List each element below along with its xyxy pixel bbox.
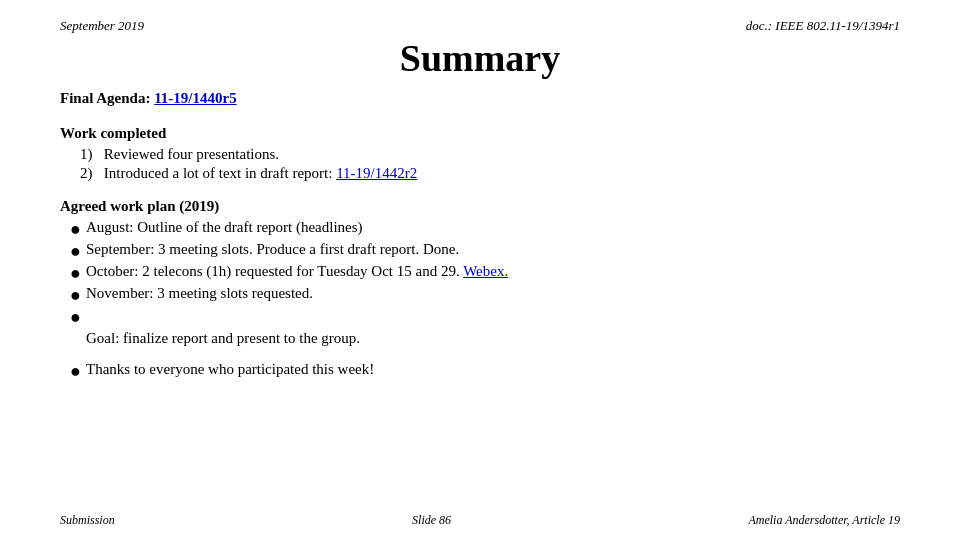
thanks-item: ● Thanks to everyone who participated th… — [70, 361, 900, 380]
agreed-heading: Agreed work plan (2019) — [60, 198, 900, 215]
bullet-icon-3: ● — [70, 264, 86, 282]
agreed-item-5-text — [86, 307, 900, 324]
header-doc: doc.: IEEE 802.11-19/1394r1 — [746, 18, 900, 34]
final-agenda-label: Final Agenda: — [60, 90, 150, 106]
header-date: September 2019 — [60, 18, 144, 34]
bullet-icon-4: ● — [70, 286, 86, 304]
goal-text: Goal: finalize report and present to the… — [86, 330, 900, 347]
final-agenda: Final Agenda: 11-19/1440r5 — [60, 90, 900, 107]
work-item-2: 2) Introduced a lot of text in draft rep… — [80, 165, 900, 182]
agreed-bullet-list: ● August: Outline of the draft report (h… — [70, 219, 900, 326]
agreed-item-3-before: October: 2 telecons (1h) requested for T… — [86, 263, 463, 279]
work-item-1-text: Reviewed four presentations. — [104, 146, 279, 162]
work-completed-list: 1) Reviewed four presentations. 2) Intro… — [80, 146, 900, 182]
agreed-item-4-text: November: 3 meeting slots requested. — [86, 285, 900, 302]
bullet-icon-2: ● — [70, 242, 86, 260]
agreed-item-3-text: October: 2 telecons (1h) requested for T… — [86, 263, 900, 280]
footer-slide: Slide 86 — [412, 513, 451, 528]
footer-submission: Submission — [60, 513, 115, 528]
agreed-item-1-text: August: Outline of the draft report (hea… — [86, 219, 900, 236]
slide: September 2019 doc.: IEEE 802.11-19/1394… — [0, 0, 960, 540]
final-agenda-link[interactable]: 11-19/1440r5 — [154, 90, 237, 106]
slide-title: Summary — [60, 36, 900, 80]
bullet-icon-5: ● — [70, 308, 86, 326]
agreed-item-2: ● September: 3 meeting slots. Produce a … — [70, 241, 900, 260]
work-item-2-number: 2) — [80, 165, 100, 181]
thanks-bullet-icon: ● — [70, 362, 86, 380]
work-completed-heading: Work completed — [60, 125, 900, 142]
footer-author: Amelia Andersdotter, Article 19 — [748, 513, 900, 528]
agreed-item-5: ● — [70, 307, 900, 326]
thanks-text: Thanks to everyone who participated this… — [86, 361, 374, 378]
work-item-2-link[interactable]: 11-19/1442r2 — [336, 165, 417, 181]
header: September 2019 doc.: IEEE 802.11-19/1394… — [60, 18, 900, 34]
footer: Submission Slide 86 Amelia Andersdotter,… — [60, 513, 900, 528]
work-item-1-number: 1) — [80, 146, 100, 162]
agreed-item-3-link[interactable]: Webex. — [463, 263, 508, 279]
work-item-2-text-before: Introduced a lot of text in draft report… — [104, 165, 336, 181]
agreed-item-1: ● August: Outline of the draft report (h… — [70, 219, 900, 238]
work-item-1: 1) Reviewed four presentations. — [80, 146, 900, 163]
agreed-item-3: ● October: 2 telecons (1h) requested for… — [70, 263, 900, 282]
thanks-section: ● Thanks to everyone who participated th… — [70, 361, 900, 380]
agreed-item-4: ● November: 3 meeting slots requested. — [70, 285, 900, 304]
agreed-item-2-text: September: 3 meeting slots. Produce a fi… — [86, 241, 900, 258]
bullet-icon-1: ● — [70, 220, 86, 238]
